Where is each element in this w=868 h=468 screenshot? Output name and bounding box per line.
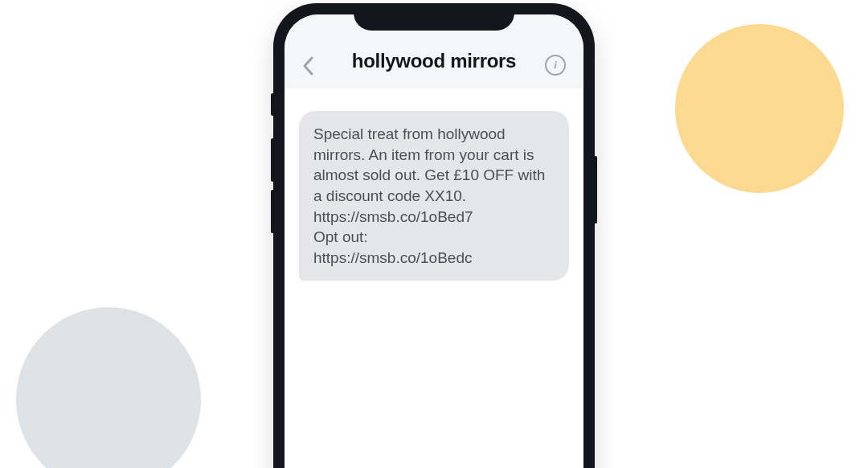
decorative-circle-yellow: [675, 24, 844, 193]
phone-silence-switch: [271, 93, 274, 116]
phone-volume-down: [271, 190, 274, 233]
info-icon: i: [554, 59, 557, 72]
back-button[interactable]: [302, 56, 313, 76]
phone-frame: hollywood mirrors i Special treat from h…: [273, 3, 595, 468]
phone-volume-up: [271, 138, 274, 182]
decorative-circle-grey: [16, 307, 201, 468]
info-button[interactable]: i: [545, 55, 566, 76]
chevron-left-icon: [302, 56, 313, 76]
incoming-message-row: Special treat from hollywood mirrors. An…: [299, 111, 569, 281]
messages-header: hollywood mirrors i: [285, 14, 583, 88]
phone-screen: hollywood mirrors i Special treat from h…: [285, 14, 583, 468]
chat-area: Special treat from hollywood mirrors. An…: [285, 88, 583, 468]
phone-power-button: [594, 156, 597, 224]
conversation-title: hollywood mirrors: [352, 50, 516, 72]
message-bubble[interactable]: Special treat from hollywood mirrors. An…: [299, 111, 569, 281]
